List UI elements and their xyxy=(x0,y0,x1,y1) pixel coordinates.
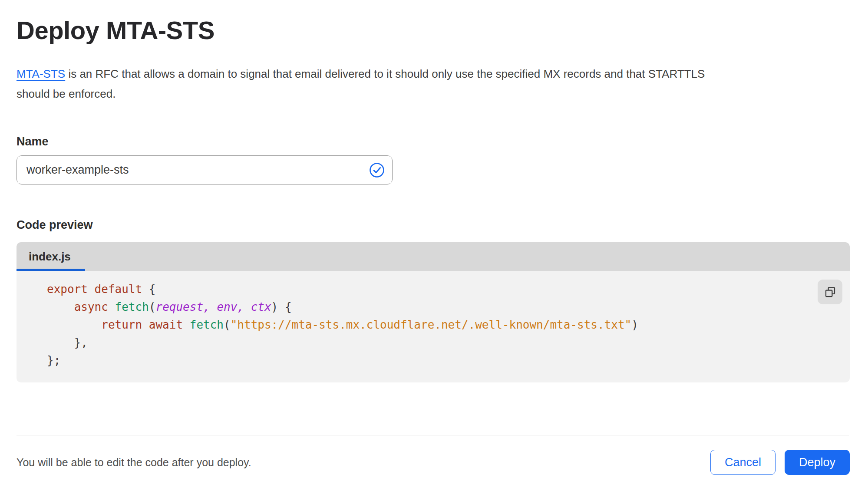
code-preview-card: index.js export default { async fetch(re… xyxy=(17,242,850,382)
copy-button[interactable] xyxy=(818,280,842,304)
code-content: export default { async fetch(request, en… xyxy=(17,280,850,369)
deploy-button[interactable]: Deploy xyxy=(785,450,850,475)
name-input-wrap xyxy=(17,155,393,184)
code-preview-label: Code preview xyxy=(17,218,850,232)
cancel-button[interactable]: Cancel xyxy=(710,450,776,475)
name-input[interactable] xyxy=(17,155,393,184)
code-editor: export default { async fetch(request, en… xyxy=(17,271,850,382)
footer-actions: Cancel Deploy xyxy=(710,450,850,475)
page-title: Deploy MTA-STS xyxy=(17,16,850,45)
footer: You will be able to edit the code after … xyxy=(17,450,850,475)
footer-divider xyxy=(17,435,849,435)
name-label: Name xyxy=(17,135,850,148)
mta-sts-link[interactable]: MTA-STS xyxy=(17,67,65,80)
description-line2: should be enforced. xyxy=(17,87,116,100)
code-tab-bar: index.js xyxy=(17,242,850,271)
footer-note: You will be able to edit the code after … xyxy=(17,456,251,469)
description: MTA-STS is an RFC that allows a domain t… xyxy=(17,64,850,104)
check-circle-icon xyxy=(369,162,385,178)
tab-index-js[interactable]: index.js xyxy=(17,242,85,271)
copy-icon xyxy=(824,286,837,299)
description-line1: is an RFC that allows a domain to signal… xyxy=(65,67,705,80)
tab-label: index.js xyxy=(29,250,71,263)
deploy-mta-sts-page: Deploy MTA-STS MTA-STS is an RFC that al… xyxy=(0,0,868,475)
